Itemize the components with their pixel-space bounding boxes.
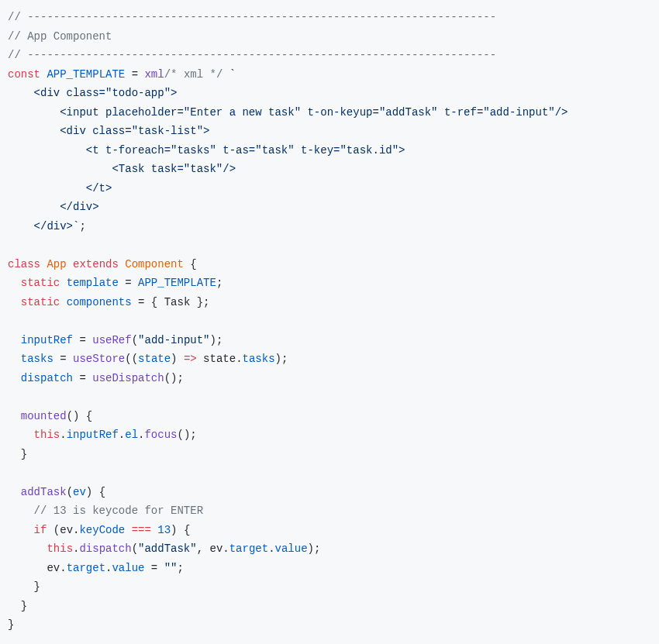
kw-if: if [34, 524, 47, 536]
paren: ( [132, 334, 138, 346]
brace: { [190, 258, 196, 270]
state-dot: state. [197, 353, 243, 365]
tmpl-line: <div class="task-list"> [8, 125, 209, 137]
prop-template: template [60, 277, 125, 289]
eq-brace: = { [138, 296, 164, 308]
prop-keycode: keyCode [79, 524, 125, 536]
prop-value: value [112, 562, 144, 574]
prop-target: target [229, 542, 268, 555]
prop-tasks2: tasks [243, 353, 275, 365]
prop-inputref: inputRef [67, 429, 119, 441]
tmpl-line: </div> [8, 201, 99, 213]
indent-ev: ev. [8, 562, 67, 574]
prop-el: el [125, 429, 138, 441]
fn-useref: useRef [92, 334, 131, 346]
comment-sep-1: // -------------------------------------… [8, 11, 496, 23]
eq: = [79, 334, 92, 346]
close-brace: } [8, 600, 27, 612]
paren-close: ); [275, 353, 288, 365]
tmpl-line: <div class="todo-app"> [8, 87, 177, 99]
class-app: App [40, 258, 73, 270]
arrow: => [184, 353, 197, 365]
str-add-input: "add-input" [138, 334, 209, 346]
kw-this: this [34, 429, 60, 441]
task-ref: Task [164, 296, 191, 308]
eq: = [125, 277, 138, 289]
semicolon: ; [178, 562, 184, 574]
xml-tag-fn: xml [144, 68, 164, 81]
prop-value: value [275, 542, 308, 555]
kw-this: this [47, 542, 73, 555]
paren: (( [125, 353, 138, 365]
tmpl-line: <t t-foreach="tasks" t-as="task" t-key="… [8, 144, 405, 157]
kw-static: static [21, 277, 60, 289]
paren: ( [132, 542, 138, 555]
comment-title: // App Component [8, 30, 112, 43]
class-component: Component [119, 258, 190, 270]
paren-brace: () { [67, 410, 93, 422]
indent [8, 524, 34, 536]
comment-sep-2: // -------------------------------------… [8, 49, 496, 61]
indent [8, 296, 21, 308]
end-brace: }; [190, 296, 209, 308]
num-13: 13 [157, 524, 171, 536]
paren2: ) [171, 353, 184, 365]
eq: = [132, 68, 145, 81]
method-mounted: mounted [21, 410, 67, 422]
fn-dispatch: dispatch [79, 542, 131, 555]
prop-inputref: inputRef [21, 334, 80, 346]
paren: ( [67, 486, 73, 498]
dot: . [60, 429, 66, 441]
param-ev: ev [73, 486, 86, 498]
prop-target: target [67, 562, 105, 574]
kw-class: class [8, 258, 40, 270]
close-brace: } [8, 580, 40, 593]
prop-tasks: tasks [21, 353, 60, 365]
kw-extends: extends [73, 258, 119, 270]
indent [8, 334, 21, 346]
indent [8, 505, 34, 517]
paren-close: ); [210, 334, 223, 346]
paren-brace: ) { [171, 524, 190, 536]
paren-brace: ) { [86, 486, 105, 498]
backtick: ` [223, 68, 236, 81]
eq: = [60, 353, 73, 365]
eq: = [144, 562, 164, 574]
comment-enter: // 13 is keycode for ENTER [34, 505, 203, 517]
semicolon: ; [216, 277, 223, 289]
tmpl-line: <Task task="task"/> [8, 163, 236, 175]
prop-components: components [60, 296, 138, 308]
code-block: // -------------------------------------… [8, 8, 651, 635]
str-addtask: "addTask" [138, 542, 197, 555]
method-addtask: addTask [21, 486, 67, 498]
comma-ev: , ev. [197, 542, 229, 555]
indent [8, 429, 34, 441]
eq: = [79, 372, 92, 384]
paren: (); [177, 429, 196, 441]
close-brace: } [8, 618, 14, 631]
const-name: APP_TEMPLATE [40, 68, 132, 81]
tmpl-line: <input placeholder="Enter a new task" t-… [8, 106, 568, 119]
paren-close: ); [308, 542, 321, 555]
param-state: state [138, 353, 171, 365]
indent [8, 410, 21, 422]
fn-focus: focus [144, 429, 177, 441]
prop-dispatch: dispatch [21, 372, 80, 384]
tmpl-line-end: </div>` [8, 220, 79, 232]
tmpl-line: </t> [8, 182, 112, 195]
op-eq: === [125, 524, 157, 536]
indent [8, 353, 21, 365]
xml-comment: /* xml */ [164, 68, 223, 81]
str-empty: "" [164, 562, 178, 574]
dot: . [119, 429, 125, 441]
const-ref: APP_TEMPLATE [138, 277, 216, 289]
kw-static: static [21, 296, 60, 308]
close-brace: } [8, 448, 27, 460]
fn-usedispatch: useDispatch [92, 372, 164, 384]
paren: (); [164, 372, 184, 384]
indent [8, 372, 21, 384]
fn-usestore: useStore [73, 353, 125, 365]
semicolon: ; [79, 220, 85, 232]
kw-const: const [8, 68, 40, 81]
indent [8, 542, 47, 555]
